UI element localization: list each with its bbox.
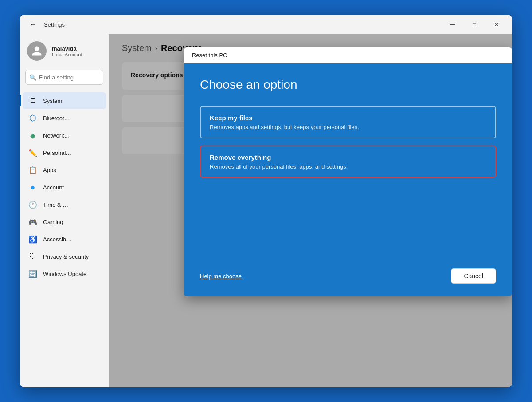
privacy-icon: 🛡 (28, 252, 38, 261)
sidebar-label-accessibility: Accessib… (43, 236, 72, 243)
right-panel: System › Recovery Recovery options might… (109, 34, 512, 387)
option-remove-everything[interactable]: Remove everything Removes all of your pe… (200, 146, 496, 178)
option-keep-files[interactable]: Keep my files Removes apps and settings,… (200, 106, 496, 138)
dialog-heading: Choose an option (200, 78, 496, 92)
sidebar-label-update: Windows Update (43, 271, 86, 277)
sidebar-item-apps[interactable]: 📋 Apps (23, 162, 106, 178)
sidebar-item-privacy[interactable]: 🛡 Privacy & security (23, 248, 106, 265)
sidebar-label-network: Network… (43, 132, 70, 139)
reset-pc-dialog: Reset this PC Choose an option Keep my f… (184, 47, 512, 296)
user-name: malavida (52, 45, 82, 52)
sidebar-label-system: System (43, 98, 62, 104)
sidebar-item-accessibility[interactable]: ♿ Accessib… (23, 231, 106, 248)
bluetooth-icon: ⬡ (28, 113, 38, 123)
dialog-body: Choose an option Keep my files Removes a… (184, 63, 512, 260)
update-icon: 🔄 (28, 269, 38, 279)
dialog-titlebar: Reset this PC (184, 47, 512, 63)
sidebar-label-time: Time & … (43, 201, 68, 208)
window-controls: — □ ✕ (442, 15, 507, 34)
sidebar-item-personalisation[interactable]: ✏️ Personal… (23, 144, 106, 161)
sidebar-label-privacy: Privacy & security (43, 253, 89, 260)
close-button[interactable]: ✕ (486, 17, 507, 32)
sidebar-item-update[interactable]: 🔄 Windows Update (23, 265, 106, 282)
nav-list: 🖥 System ⬡ Bluetoot… ◆ Network… ✏️ Perso… (20, 92, 109, 283)
network-icon: ◆ (28, 130, 38, 140)
dialog-overlay: Reset this PC Choose an option Keep my f… (109, 34, 512, 387)
back-button[interactable]: ← (27, 18, 39, 31)
gaming-icon: 🎮 (28, 217, 38, 227)
maximize-button[interactable]: □ (464, 17, 485, 32)
sidebar-label-accounts: Account (43, 184, 64, 191)
personalisation-icon: ✏️ (28, 148, 38, 158)
title-bar: ← Settings — □ ✕ (20, 15, 512, 34)
system-icon: 🖥 (28, 96, 38, 106)
option-keep-files-title: Keep my files (210, 114, 486, 122)
accessibility-icon: ♿ (28, 234, 38, 244)
sidebar-item-bluetooth[interactable]: ⬡ Bluetoot… (23, 110, 106, 126)
help-link[interactable]: Help me choose (200, 273, 242, 280)
settings-window: ← Settings — □ ✕ malavida Local Account (20, 15, 512, 387)
time-icon: 🕐 (28, 200, 38, 209)
sidebar: malavida Local Account 🔍 🖥 System ⬡ Blue… (20, 34, 109, 387)
minimize-button[interactable]: — (442, 17, 462, 32)
avatar (27, 41, 47, 61)
sidebar-item-gaming[interactable]: 🎮 Gaming (23, 213, 106, 230)
user-icon (31, 45, 43, 57)
window-title: Settings (44, 21, 65, 28)
user-info: malavida Local Account (52, 45, 82, 57)
sidebar-item-system[interactable]: 🖥 System (23, 92, 106, 109)
cancel-button[interactable]: Cancel (451, 268, 496, 284)
sidebar-label-apps: Apps (43, 167, 56, 173)
search-icon: 🔍 (29, 74, 36, 81)
option-remove-desc: Removes all of your personal files, apps… (210, 163, 486, 170)
user-subtitle: Local Account (52, 52, 82, 57)
sidebar-label-gaming: Gaming (43, 219, 63, 225)
sidebar-item-time[interactable]: 🕐 Time & … (23, 196, 106, 213)
sidebar-label-bluetooth: Bluetoot… (43, 115, 70, 122)
main-content: malavida Local Account 🔍 🖥 System ⬡ Blue… (20, 34, 512, 387)
apps-icon: 📋 (28, 165, 38, 175)
sidebar-label-personalisation: Personal… (43, 150, 71, 156)
sidebar-item-network[interactable]: ◆ Network… (23, 127, 106, 144)
sidebar-item-accounts[interactable]: ● Account (23, 179, 106, 196)
accounts-icon: ● (28, 182, 38, 192)
option-keep-files-desc: Removes apps and settings, but keeps you… (210, 124, 486, 130)
search-box[interactable]: 🔍 (25, 70, 103, 85)
search-input[interactable] (39, 74, 99, 81)
dialog-footer: Help me choose Cancel (184, 260, 512, 296)
user-profile: malavida Local Account (20, 34, 109, 70)
option-remove-title: Remove everything (210, 154, 486, 161)
